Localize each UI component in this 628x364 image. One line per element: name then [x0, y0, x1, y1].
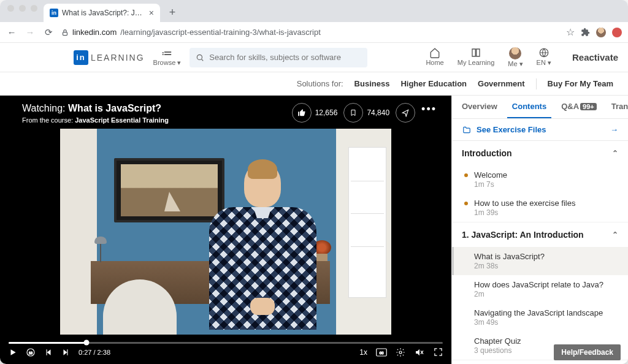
macos-window-controls[interactable]: [5, 5, 44, 18]
play-icon[interactable]: [9, 348, 17, 357]
video-player-area: Watching: What is JavaScript? From the c…: [0, 96, 451, 364]
watching-label: Watching:: [22, 103, 66, 113]
subnav-buy-team[interactable]: Buy For My Team: [548, 79, 613, 88]
lesson-title: How to use the exercise files: [474, 199, 575, 208]
lesson-duration: 1m 7s: [474, 180, 507, 189]
browse-menu[interactable]: ≔ Browse ▾: [153, 48, 182, 66]
subnav-business[interactable]: Business: [354, 79, 390, 88]
lesson-item[interactable]: How does JavaScript relate to Java?2m: [452, 275, 628, 303]
close-icon[interactable]: ×: [149, 8, 154, 18]
share-button[interactable]: [396, 103, 415, 123]
lesson-item[interactable]: How to use the exercise files1m 39s: [452, 194, 628, 222]
svg-rect-0: [63, 32, 67, 35]
lesson-duration: 3m 49s: [474, 318, 603, 327]
nav-my-learning[interactable]: My Learning: [458, 47, 495, 68]
video-time: 0:27 / 2:38: [78, 349, 110, 356]
volume-muted-icon[interactable]: [414, 347, 425, 357]
settings-icon[interactable]: [396, 347, 405, 357]
reactivate-button[interactable]: Reactivate: [572, 52, 618, 63]
watched-dot-icon: [464, 173, 468, 177]
bookmark-icon[interactable]: ☆: [566, 26, 575, 38]
search-icon: [196, 53, 204, 62]
linkedin-learning-logo[interactable]: in LEARNING: [74, 50, 145, 65]
lesson-title: What is JavaScript?: [474, 252, 545, 261]
avatar-icon: [509, 47, 521, 59]
lesson-duration: 1m 39s: [474, 208, 575, 217]
chevron-up-icon: ⌃: [612, 230, 618, 239]
tab-qa[interactable]: Q&A99+: [556, 96, 602, 118]
lesson-item[interactable]: What is JavaScript?2m 38s: [452, 247, 628, 275]
site-header: in LEARNING ≔ Browse ▾ Home: [0, 43, 628, 72]
watched-dot-icon: [464, 283, 468, 287]
subnav-higher-ed[interactable]: Higher Education: [400, 79, 467, 88]
section-header[interactable]: 1. JavaScript: An Introduction⌃: [452, 222, 628, 247]
qa-badge: 99+: [580, 103, 597, 110]
bookmark-button[interactable]: [343, 103, 363, 123]
lesson-item[interactable]: Welcome1m 7s: [452, 165, 628, 194]
svg-point-1: [197, 55, 202, 59]
back-icon[interactable]: ←: [6, 27, 17, 37]
course-title[interactable]: JavaScript Essential Training: [75, 116, 169, 124]
url-domain: linkedin.com: [72, 28, 117, 37]
watched-dot-icon: [464, 311, 468, 315]
tab-contents[interactable]: Contents: [507, 96, 551, 118]
lesson-duration: 3 questions: [474, 346, 521, 355]
url-path: /learning/javascript-essential-training-…: [120, 28, 321, 37]
fullscreen-icon[interactable]: [434, 347, 443, 357]
browser-tab-strip: in What is JavaScript?: JavaScri × +: [0, 0, 628, 22]
progress-bar[interactable]: [9, 342, 443, 344]
browser-toolbar: ← → ⟳ linkedin.com/learning/javascript-e…: [0, 22, 628, 43]
extension-icon[interactable]: [612, 28, 622, 37]
folder-icon: [462, 126, 472, 134]
nav-language[interactable]: EN ▾: [537, 47, 551, 68]
lesson-title: Navigating the JavaScript landscape: [474, 308, 603, 317]
more-icon[interactable]: •••: [421, 103, 437, 116]
tab-transcripts[interactable]: Transcripts: [607, 96, 628, 118]
lesson-duration: 2m: [474, 290, 603, 298]
course-prefix: From the course:: [22, 116, 73, 124]
forward-icon[interactable]: →: [25, 27, 36, 37]
exercise-files-link[interactable]: See Exercise Files →: [452, 119, 628, 141]
prev-track-icon[interactable]: [44, 348, 53, 357]
arrow-right-icon: →: [610, 125, 618, 134]
home-icon: [429, 47, 440, 58]
tab-title: What is JavaScript?: JavaScri: [62, 9, 145, 17]
svg-point-8: [399, 351, 402, 354]
subnav-government[interactable]: Government: [478, 79, 525, 88]
address-bar[interactable]: linkedin.com/learning/javascript-essenti…: [61, 28, 559, 37]
captions-icon[interactable]: cc: [376, 348, 387, 357]
rewind-icon[interactable]: 10: [26, 347, 36, 357]
extension-avatar-icon[interactable]: [596, 28, 606, 37]
help-feedback-button[interactable]: Help/Feedback: [554, 344, 621, 360]
video-controls: 10 0:27 / 2:38 1x cc: [0, 335, 451, 364]
sidebar-tabs: Overview Contents Q&A99+ Transcripts: [452, 96, 628, 119]
svg-text:cc: cc: [380, 351, 384, 355]
playback-speed[interactable]: 1x: [359, 348, 367, 357]
linkedin-favicon: in: [50, 9, 58, 17]
like-count: 12,656: [315, 108, 338, 117]
nav-me[interactable]: Me ▾: [508, 47, 523, 68]
next-track-icon[interactable]: [61, 348, 70, 357]
extensions-icon[interactable]: [581, 28, 590, 37]
tab-overview[interactable]: Overview: [457, 96, 502, 118]
new-tab-button[interactable]: +: [164, 4, 181, 21]
book-icon: [470, 47, 481, 58]
course-sidebar: Overview Contents Q&A99+ Transcripts See…: [451, 96, 628, 364]
section-header[interactable]: Introduction⌃: [452, 141, 628, 165]
video-frame[interactable]: [60, 129, 391, 335]
reload-icon[interactable]: ⟳: [43, 27, 54, 38]
watched-dot-icon: [464, 339, 468, 343]
save-count: 74,840: [367, 108, 389, 117]
chevron-up-icon: ⌃: [612, 149, 618, 157]
search-input[interactable]: [209, 53, 361, 62]
search-box[interactable]: [190, 48, 367, 67]
svg-line-2: [202, 59, 204, 61]
browser-tab[interactable]: in What is JavaScript?: JavaScri ×: [44, 4, 160, 22]
lock-icon: [61, 29, 69, 36]
nav-home[interactable]: Home: [426, 47, 443, 68]
lesson-title: Chapter Quiz: [474, 336, 521, 346]
lesson-item[interactable]: Navigating the JavaScript landscape3m 49…: [452, 303, 628, 332]
subnav-lead: Solutions for:: [297, 79, 343, 88]
like-button[interactable]: [292, 103, 312, 123]
section-header[interactable]: 2. The Basics⌃: [452, 360, 628, 364]
